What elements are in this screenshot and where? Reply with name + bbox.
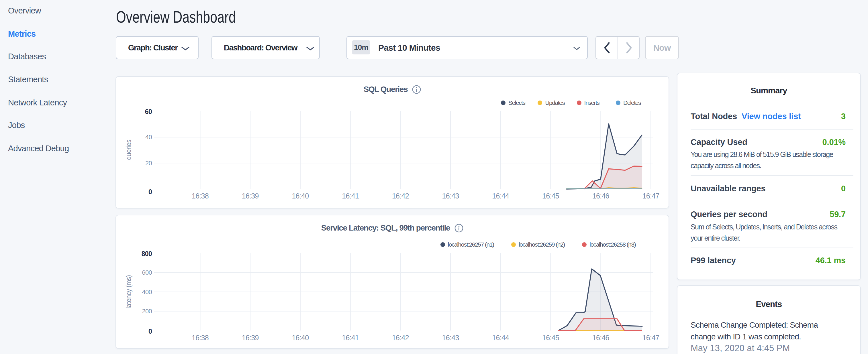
- svg-text:60: 60: [145, 108, 152, 116]
- svg-text:600: 600: [142, 269, 152, 276]
- svg-text:200: 200: [142, 308, 152, 315]
- svg-text:16:39: 16:39: [242, 334, 259, 342]
- svg-text:16:43: 16:43: [442, 192, 459, 200]
- svg-text:16:41: 16:41: [342, 192, 359, 200]
- svg-text:latency (ms): latency (ms): [125, 275, 132, 309]
- svg-text:16:38: 16:38: [192, 192, 209, 200]
- svg-text:0: 0: [149, 328, 152, 335]
- svg-text:800: 800: [142, 250, 152, 257]
- svg-text:16:39: 16:39: [242, 192, 259, 200]
- svg-text:400: 400: [142, 288, 152, 296]
- svg-text:16:43: 16:43: [442, 334, 459, 342]
- svg-text:16:38: 16:38: [192, 334, 209, 342]
- svg-text:16:47: 16:47: [643, 334, 659, 342]
- svg-text:16:46: 16:46: [592, 192, 609, 200]
- svg-text:16:46: 16:46: [592, 334, 609, 342]
- svg-text:16:41: 16:41: [342, 334, 359, 342]
- svg-text:16:40: 16:40: [292, 334, 309, 342]
- svg-text:16:42: 16:42: [392, 192, 409, 200]
- svg-text:16:45: 16:45: [542, 192, 559, 200]
- svg-text:16:47: 16:47: [643, 192, 659, 200]
- svg-text:16:42: 16:42: [392, 334, 409, 342]
- svg-text:20: 20: [145, 160, 152, 167]
- svg-text:0: 0: [149, 188, 152, 196]
- svg-text:16:45: 16:45: [542, 334, 559, 342]
- svg-text:queries: queries: [125, 140, 132, 160]
- svg-text:16:40: 16:40: [292, 192, 309, 200]
- svg-text:16:44: 16:44: [492, 334, 509, 342]
- svg-text:16:44: 16:44: [492, 192, 509, 200]
- svg-text:40: 40: [145, 133, 152, 141]
